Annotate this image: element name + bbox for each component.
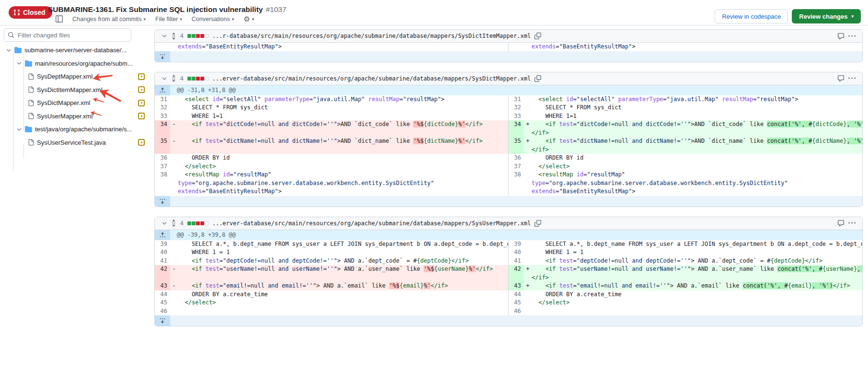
file-icon [28, 73, 34, 80]
file-tree-row-sysdictmapper-xml[interactable]: SysDictMapper.xml [0, 96, 149, 110]
file-comment-button[interactable] [837, 75, 845, 82]
line-number[interactable]: 40 [509, 248, 524, 257]
diffstat-del-block [200, 34, 204, 38]
expand-down-icon[interactable] [155, 51, 170, 62]
diff-right-cell: 37 </select> [509, 162, 862, 171]
copy-path-button[interactable] [534, 220, 541, 227]
chevron-down-icon [162, 33, 167, 39]
line-number[interactable]: 34 [509, 120, 524, 137]
line-number[interactable]: 42 [509, 265, 524, 282]
code-cell: ORDER BY a.create_time [178, 290, 508, 299]
chevron-down-icon[interactable] [16, 60, 22, 66]
line-number[interactable]: 33 [509, 112, 524, 121]
filter-changed-files-input[interactable] [4, 28, 131, 42]
copy-path-button[interactable] [534, 33, 541, 39]
line-number[interactable]: 45 [155, 299, 170, 307]
file-filter-menu[interactable]: File filter▾ [155, 16, 182, 23]
line-number[interactable] [509, 43, 524, 51]
collapse-file-button[interactable] [162, 220, 167, 226]
diff-marker: - [170, 265, 178, 282]
line-number[interactable]: 42 [155, 265, 170, 282]
file-comment-button[interactable] [837, 220, 845, 227]
folder-icon [25, 60, 32, 67]
code-line: WHERE 1=1 [532, 112, 862, 121]
diff-left-cell: 36 ORDER BY id [155, 154, 509, 162]
line-number[interactable]: 40 [155, 248, 170, 257]
search-icon [8, 32, 14, 40]
code-line: <if test="deptCode!=null and deptCode!='… [532, 257, 862, 266]
copy-path-button[interactable] [534, 75, 541, 82]
diff-marker [524, 104, 532, 112]
diff-right-cell: 33 WHERE 1=1 [509, 112, 862, 121]
line-number[interactable]: 43 [509, 282, 524, 290]
line-number[interactable]: 35 [155, 137, 170, 154]
drag-handle-icon[interactable] [171, 220, 176, 227]
line-number[interactable]: 32 [509, 104, 524, 112]
file-options-button[interactable] [848, 75, 856, 82]
chevron-down-icon[interactable] [16, 127, 22, 132]
file-options-button[interactable] [848, 33, 856, 40]
expand-up-icon[interactable] [155, 230, 170, 240]
file-tree-row-sysuserservicetest-java[interactable]: SysUserServiceTest.java [0, 136, 149, 150]
line-number[interactable]: 38 [509, 171, 524, 196]
line-number[interactable]: 34 [155, 120, 170, 137]
changes-count: 4 [180, 75, 184, 82]
review-in-codespace-button[interactable]: Review in codespace [715, 9, 788, 23]
line-number[interactable]: 31 [509, 95, 524, 104]
file-tree-row-main-resources-org-apache-subm-[interactable]: main/resources/org/apache/subm... [0, 57, 149, 70]
sidebar-collapse-icon[interactable] [56, 15, 63, 23]
line-number[interactable]: 35 [509, 137, 524, 154]
line-number[interactable]: 39 [509, 240, 524, 249]
file-tree-row-test-java-org-apache-submarine-s-[interactable]: test/java/org/apache/submarine/s... [0, 123, 149, 136]
collapse-file-button[interactable] [162, 33, 167, 39]
expand-diff-row [155, 196, 862, 207]
conversations-menu[interactable]: Conversations▾ [192, 16, 234, 23]
file-tree-row-submarine-server-server-database-[interactable]: submarine-server/server-database/... [0, 44, 149, 57]
chevron-down-icon[interactable] [6, 47, 12, 53]
diffstat-neutral-block [205, 34, 208, 38]
review-changes-button[interactable]: Review changes▾ [792, 9, 861, 23]
line-number[interactable]: 31 [155, 95, 170, 104]
line-number[interactable]: 46 [155, 307, 170, 316]
file-tree-row-sysdeptmapper-xml[interactable]: SysDeptMapper.xml [0, 70, 149, 83]
drag-handle-icon[interactable] [171, 33, 176, 40]
code-cell: <if test="deptCode!=null and deptCode!='… [532, 257, 862, 266]
line-number[interactable] [155, 43, 170, 51]
expand-up-icon[interactable] [155, 85, 170, 95]
line-number[interactable]: 41 [509, 257, 524, 266]
line-number[interactable]: 36 [509, 154, 524, 162]
file-options-button[interactable] [848, 220, 856, 227]
file-tree-row-sysdictitemmapper-xml[interactable]: SysDictItemMapper.xml [0, 83, 149, 97]
line-number[interactable]: 39 [155, 240, 170, 249]
code-cell: <if test="userName!=null and userName!='… [532, 265, 862, 282]
line-number[interactable]: 36 [155, 154, 170, 162]
file-tree-row-sysusermapper-xml[interactable]: SysUserMapper.xml [0, 110, 149, 123]
expand-down-icon[interactable] [155, 315, 170, 326]
line-number[interactable]: 44 [509, 290, 524, 299]
code-cell: SELECT a.*, b.dept_name FROM sys_user a … [178, 240, 508, 249]
line-number[interactable]: 44 [155, 290, 170, 299]
diff-row: 42- <if test="userName!=null and userNam… [155, 265, 862, 282]
line-number[interactable]: 45 [509, 299, 524, 307]
line-number[interactable]: 38 [155, 171, 170, 196]
drag-handle-icon[interactable] [171, 75, 176, 82]
modified-status-icon [138, 139, 145, 146]
line-number[interactable]: 33 [155, 112, 170, 121]
diffstat-del-block [200, 77, 204, 81]
line-number[interactable]: 37 [155, 162, 170, 171]
line-number[interactable]: 41 [155, 257, 170, 266]
diff-settings-menu[interactable]: ⚙▾ [243, 15, 254, 23]
file-path: ...erver-database/src/main/resources/org… [212, 220, 531, 227]
expand-down-icon[interactable] [155, 196, 170, 207]
line-number[interactable]: 32 [155, 104, 170, 112]
diff-panel-0: 4...r-database/src/main/resources/org/ap… [154, 29, 863, 62]
line-number[interactable]: 37 [509, 162, 524, 171]
diff-left-cell: 40 WHERE 1 = 1 [155, 248, 509, 257]
changes-from-menu[interactable]: Changes from all commits▾ [72, 16, 146, 23]
line-number[interactable]: 46 [509, 307, 524, 316]
file-comment-button[interactable] [837, 33, 845, 40]
collapse-file-button[interactable] [162, 76, 167, 81]
diff-left-cell: 41 <if test="deptCode!=null and deptCode… [155, 257, 509, 266]
line-number[interactable]: 43 [155, 282, 170, 290]
code-line: <select id="selectAll" parameterType="ja… [178, 95, 508, 104]
